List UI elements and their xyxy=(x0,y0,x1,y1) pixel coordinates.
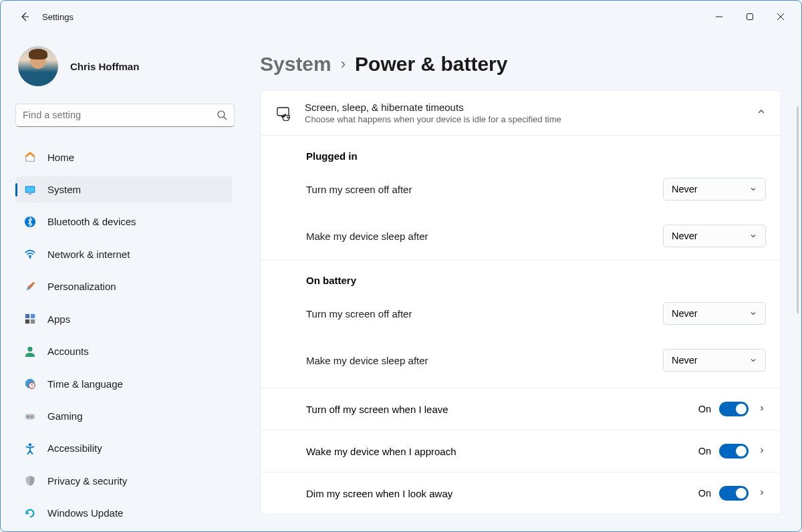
wifi-icon xyxy=(23,247,37,261)
main-content: System › Power & battery Screen, sleep, … xyxy=(241,33,801,531)
back-button[interactable] xyxy=(13,5,37,29)
search-icon xyxy=(217,110,227,120)
shield-icon xyxy=(23,474,37,487)
nav-item-accessibility[interactable]: Accessibility xyxy=(15,436,232,461)
chevron-down-icon xyxy=(749,309,757,317)
nav-item-system[interactable]: System xyxy=(15,176,232,202)
toggle-switch[interactable] xyxy=(719,486,749,501)
window-controls xyxy=(704,6,796,27)
dropdown-value: Never xyxy=(672,231,698,241)
timeouts-card: Screen, sleep, & hibernate timeouts Choo… xyxy=(260,90,781,515)
row-plugged-sleep: Make my device sleep after Never xyxy=(261,213,781,259)
close-icon xyxy=(777,13,785,21)
nav-label: System xyxy=(47,184,81,195)
minimize-button[interactable] xyxy=(704,6,734,27)
breadcrumb-parent[interactable]: System xyxy=(260,53,331,76)
chevron-down-icon xyxy=(749,232,757,240)
search-box[interactable] xyxy=(15,104,235,127)
search-input[interactable] xyxy=(23,110,217,120)
row-label: Turn off my screen when I leave xyxy=(306,404,698,415)
row-battery-screen-off: Turn my screen off after Never xyxy=(261,290,781,337)
dropdown-battery-sleep[interactable]: Never xyxy=(663,349,766,372)
nav-list: Home System Bluetooth & devices Network … xyxy=(15,144,232,531)
breadcrumb: System › Power & battery xyxy=(260,53,781,76)
chevron-right-icon xyxy=(758,445,766,457)
dropdown-plugged-screen-off[interactable]: Never xyxy=(663,178,766,201)
nav-label: Accessibility xyxy=(47,442,102,454)
chevron-right-icon xyxy=(758,403,766,415)
dropdown-plugged-sleep[interactable]: Never xyxy=(663,225,766,247)
arrow-left-icon xyxy=(19,11,30,22)
section-plugged-in: Plugged in xyxy=(261,136,781,166)
nav-label: Network & internet xyxy=(47,249,130,260)
toggle-switch[interactable] xyxy=(719,444,749,458)
nav-label: Home xyxy=(47,152,74,163)
nav-label: Accounts xyxy=(47,346,89,357)
apps-icon xyxy=(23,312,37,325)
nav-item-apps[interactable]: Apps xyxy=(15,306,232,331)
chevron-down-icon xyxy=(749,356,757,364)
nav-item-time-language[interactable]: Time & language xyxy=(15,371,232,396)
svg-line-3 xyxy=(224,117,227,120)
nav-label: Privacy & security xyxy=(47,475,127,487)
maximize-button[interactable] xyxy=(734,6,765,27)
nav-label: Windows Update xyxy=(47,507,123,519)
row-label: Turn my screen off after xyxy=(306,308,663,319)
svg-rect-10 xyxy=(31,314,35,318)
timeouts-expander-header[interactable]: Screen, sleep, & hibernate timeouts Choo… xyxy=(261,91,781,136)
row-label: Turn my screen off after xyxy=(306,184,663,195)
row-battery-sleep: Make my device sleep after Never xyxy=(261,337,781,388)
chevron-right-icon xyxy=(758,487,766,499)
maximize-icon xyxy=(746,13,754,21)
nav-item-gaming[interactable]: Gaming xyxy=(15,403,232,428)
toggle-state-text: On xyxy=(698,488,711,499)
nav-item-accounts[interactable]: Accounts xyxy=(15,338,232,364)
sidebar: Chris Hoffman Home System Bluetooth & de… xyxy=(1,33,241,531)
svg-rect-20 xyxy=(277,108,289,116)
expander-subtitle: Choose what happens when your device is … xyxy=(305,114,745,124)
nav-item-personalization[interactable]: Personalization xyxy=(15,274,232,299)
dropdown-battery-screen-off[interactable]: Never xyxy=(663,302,766,325)
chevron-right-icon: › xyxy=(341,55,346,73)
toggle-state-text: On xyxy=(698,446,711,456)
title-bar: Settings xyxy=(1,1,801,33)
row-plugged-screen-off: Turn my screen off after Never xyxy=(261,166,781,213)
svg-rect-1 xyxy=(747,14,753,20)
chevron-up-icon xyxy=(757,107,766,119)
page-title: Power & battery xyxy=(355,53,507,76)
row-label: Dim my screen when I look away xyxy=(306,488,698,499)
svg-rect-12 xyxy=(31,319,35,323)
nav-item-home[interactable]: Home xyxy=(15,144,232,170)
profile-name: Chris Hoffman xyxy=(70,61,139,72)
row-wake-when-approach[interactable]: Wake my device when I approach On xyxy=(261,430,781,472)
profile-block[interactable]: Chris Hoffman xyxy=(15,46,232,86)
svg-rect-11 xyxy=(25,319,29,323)
row-turn-off-when-leave[interactable]: Turn off my screen when I leave On xyxy=(261,388,781,430)
svg-point-17 xyxy=(27,416,29,417)
update-icon xyxy=(23,507,37,520)
nav-item-bluetooth[interactable]: Bluetooth & devices xyxy=(15,209,232,235)
nav-label: Bluetooth & devices xyxy=(47,216,136,227)
close-button[interactable] xyxy=(765,6,796,27)
system-icon xyxy=(23,183,37,196)
nav-item-privacy[interactable]: Privacy & security xyxy=(15,468,232,493)
nav-label: Time & language xyxy=(47,378,123,390)
expander-title: Screen, sleep, & hibernate timeouts xyxy=(305,102,745,113)
minimize-icon xyxy=(715,13,723,21)
home-icon xyxy=(23,150,37,164)
svg-rect-5 xyxy=(26,186,35,192)
chevron-down-icon xyxy=(749,185,757,193)
gamepad-icon xyxy=(23,410,37,423)
svg-rect-16 xyxy=(25,414,35,419)
nav-item-network[interactable]: Network & internet xyxy=(15,241,232,267)
row-label: Make my device sleep after xyxy=(306,355,663,366)
svg-point-2 xyxy=(218,111,225,118)
nav-item-windows-update[interactable]: Windows Update xyxy=(15,501,232,526)
svg-point-13 xyxy=(27,346,32,351)
row-dim-when-look-away[interactable]: Dim my screen when I look away On xyxy=(261,472,781,514)
scrollbar[interactable] xyxy=(797,106,799,313)
svg-point-18 xyxy=(31,416,33,417)
nav-label: Gaming xyxy=(47,410,83,422)
toggle-switch[interactable] xyxy=(719,402,749,416)
accessibility-icon xyxy=(23,442,37,455)
